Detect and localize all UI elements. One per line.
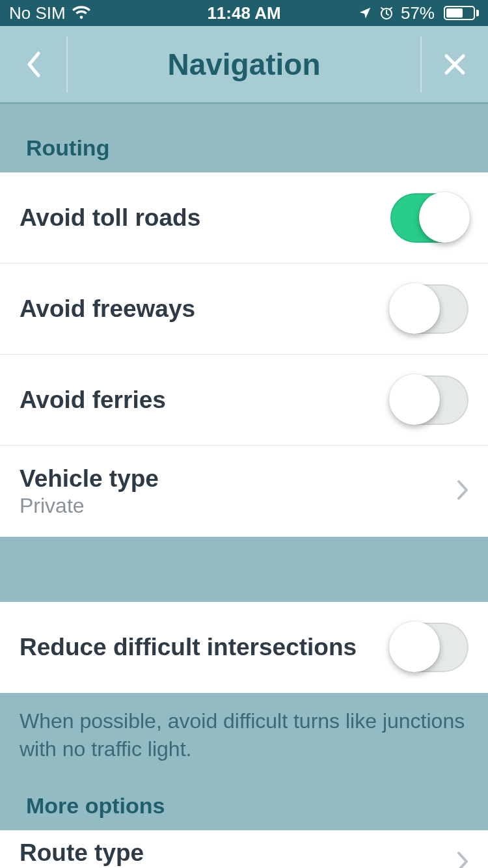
toggle-reduce-difficult-intersections[interactable] (390, 623, 468, 672)
routing-group: Avoid toll roads Avoid freeways Avoid fe… (0, 172, 488, 537)
carrier-label: No SIM (9, 3, 66, 23)
chevron-left-icon (25, 51, 41, 78)
row-reduce-difficult-intersections[interactable]: Reduce difficult intersections (0, 602, 488, 693)
row-avoid-ferries[interactable]: Avoid ferries (0, 355, 488, 446)
section-description: When possible, avoid difficult turns lik… (0, 693, 488, 770)
section-header-more-options: More options (0, 770, 488, 830)
page-title: Navigation (68, 47, 420, 82)
section-header-routing: Routing (0, 104, 488, 172)
row-vehicle-type[interactable]: Vehicle type Private (0, 446, 488, 537)
more-options-group: Route type Fastest (0, 830, 488, 868)
toggle-avoid-toll-roads[interactable] (390, 193, 468, 243)
close-icon (444, 53, 466, 75)
row-route-type[interactable]: Route type Fastest (0, 830, 488, 868)
battery-icon (441, 6, 479, 20)
row-label: Route type (20, 839, 144, 867)
row-label: Reduce difficult intersections (20, 634, 357, 661)
close-button[interactable] (420, 36, 488, 92)
nav-header: Navigation (0, 26, 488, 104)
row-label: Avoid freeways (20, 295, 195, 323)
battery-pct: 57% (401, 3, 435, 23)
wifi-icon (72, 6, 90, 20)
row-label: Avoid toll roads (20, 204, 200, 232)
alarm-icon (379, 5, 394, 21)
chevron-right-icon (457, 480, 468, 503)
status-bar: No SIM 11:48 AM 57% (0, 0, 488, 26)
section-spacer (0, 537, 488, 602)
toggle-avoid-freeways[interactable] (390, 284, 468, 334)
row-avoid-freeways[interactable]: Avoid freeways (0, 264, 488, 355)
back-button[interactable] (0, 36, 68, 92)
row-label: Vehicle type (20, 465, 159, 493)
row-avoid-toll-roads[interactable]: Avoid toll roads (0, 172, 488, 264)
chevron-right-icon (457, 851, 468, 868)
location-icon (358, 6, 372, 20)
toggle-avoid-ferries[interactable] (390, 375, 468, 425)
row-label: Avoid ferries (20, 387, 166, 414)
difficult-group: Reduce difficult intersections (0, 602, 488, 693)
row-value: Private (20, 494, 159, 518)
